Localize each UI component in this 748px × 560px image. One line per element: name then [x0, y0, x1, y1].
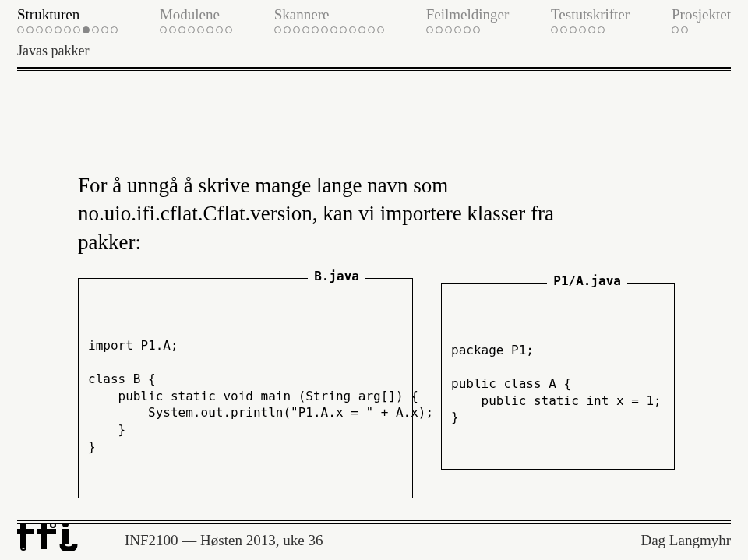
nav-label: Skannere: [274, 6, 330, 23]
svg-point-7: [62, 523, 69, 527]
progress-dot[interactable]: [111, 26, 118, 33]
progress-dot[interactable]: [17, 26, 24, 33]
code-row: B.java import P1.A; class B { public sta…: [78, 278, 701, 498]
code-filename: P1/A.java: [547, 273, 627, 290]
progress-dot[interactable]: [178, 26, 185, 33]
progress-dot[interactable]: [274, 26, 281, 33]
progress-dot[interactable]: [445, 26, 452, 33]
progress-dot[interactable]: [45, 26, 52, 33]
code-filename: B.java: [308, 268, 365, 285]
svg-rect-3: [41, 523, 47, 549]
progress-dot[interactable]: [454, 26, 461, 33]
nav-label: Strukturen: [17, 6, 79, 23]
nav-item-skannere[interactable]: Skannere: [274, 6, 384, 33]
nav-dots: [426, 26, 480, 33]
lead-line: For å unngå å skrive mange lange navn so…: [78, 174, 448, 197]
progress-dot[interactable]: [83, 26, 90, 33]
progress-dot[interactable]: [321, 26, 328, 33]
progress-dot[interactable]: [312, 26, 319, 33]
footer-course: INF2100 — Høsten 2013, uke 36: [125, 532, 323, 549]
footer-author: Dag Langmyhr: [640, 532, 731, 549]
svg-rect-0: [20, 523, 26, 548]
nav-item-feilmeldinger[interactable]: Feilmeldinger: [426, 6, 510, 33]
code-body: import P1.A; class B { public static voi…: [88, 337, 403, 455]
lead-paragraph: For å unngå å skrive mange lange navn so…: [78, 171, 701, 256]
top-rule: [17, 67, 731, 71]
svg-rect-4: [37, 529, 56, 534]
nav-label: Testutskrifter: [551, 6, 630, 23]
nav-dots: [160, 26, 232, 33]
svg-rect-6: [62, 529, 69, 544]
progress-dot[interactable]: [426, 26, 433, 33]
progress-dot[interactable]: [560, 26, 567, 33]
nav-dots: [551, 26, 605, 33]
svg-rect-1: [17, 529, 34, 534]
progress-dot[interactable]: [588, 26, 595, 33]
progress-dot[interactable]: [101, 26, 108, 33]
nav-item-prosjektet[interactable]: Prosjektet: [672, 6, 731, 33]
nav-dots: [274, 26, 384, 33]
progress-dot[interactable]: [284, 26, 291, 33]
progress-dot[interactable]: [225, 26, 232, 33]
progress-dot[interactable]: [188, 26, 195, 33]
progress-dot[interactable]: [330, 26, 337, 33]
nav-label: Feilmeldinger: [426, 6, 510, 23]
nav-label: Modulene: [160, 6, 220, 23]
bottom-rule: [17, 520, 731, 524]
progress-dot[interactable]: [216, 26, 223, 33]
progress-dot[interactable]: [302, 26, 309, 33]
progress-dot[interactable]: [436, 26, 443, 33]
progress-dot[interactable]: [64, 26, 71, 33]
progress-dot[interactable]: [73, 26, 80, 33]
progress-dot[interactable]: [197, 26, 204, 33]
section-subtitle: Javas pakker: [0, 33, 748, 62]
progress-dot[interactable]: [206, 26, 213, 33]
progress-dot[interactable]: [340, 26, 347, 33]
progress-dot[interactable]: [681, 26, 688, 33]
nav-dots: [672, 26, 688, 33]
progress-dot[interactable]: [293, 26, 300, 33]
progress-dot[interactable]: [551, 26, 558, 33]
slide-content: For å unngå å skrive mange lange navn so…: [78, 171, 701, 498]
progress-dot[interactable]: [598, 26, 605, 33]
progress-dot[interactable]: [377, 26, 384, 33]
progress-dot[interactable]: [169, 26, 176, 33]
code-box-p1-a-java: P1/A.java package P1; public class A { p…: [441, 283, 675, 470]
slide: Strukturen Modulene Skannere Feilmelding…: [0, 0, 748, 560]
progress-dot[interactable]: [160, 26, 167, 33]
progress-dot[interactable]: [579, 26, 586, 33]
code-box-b-java: B.java import P1.A; class B { public sta…: [78, 278, 413, 498]
nav-dots: [17, 26, 118, 33]
progress-dot[interactable]: [570, 26, 577, 33]
progress-dot[interactable]: [464, 26, 471, 33]
nav-bar: Strukturen Modulene Skannere Feilmelding…: [0, 0, 748, 33]
nav-item-testutskrifter[interactable]: Testutskrifter: [551, 6, 630, 33]
code-body: package P1; public class A { public stat…: [451, 342, 665, 426]
progress-dot[interactable]: [349, 26, 356, 33]
progress-dot[interactable]: [36, 26, 43, 33]
svg-point-5: [51, 523, 55, 527]
progress-dot[interactable]: [358, 26, 365, 33]
progress-dot[interactable]: [92, 26, 99, 33]
progress-dot[interactable]: [55, 26, 62, 33]
progress-dot[interactable]: [26, 26, 34, 33]
ifi-logo: [17, 523, 111, 554]
lead-line: no.uio.ifi.cflat.Cflat.version, kan vi i…: [78, 202, 554, 225]
progress-dot[interactable]: [368, 26, 375, 33]
progress-dot[interactable]: [473, 26, 480, 33]
lead-line: pakker:: [78, 231, 141, 254]
nav-item-modulene[interactable]: Modulene: [160, 6, 232, 33]
nav-label: Prosjektet: [672, 6, 731, 23]
progress-dot[interactable]: [672, 26, 679, 33]
nav-item-strukturen[interactable]: Strukturen: [17, 6, 118, 33]
